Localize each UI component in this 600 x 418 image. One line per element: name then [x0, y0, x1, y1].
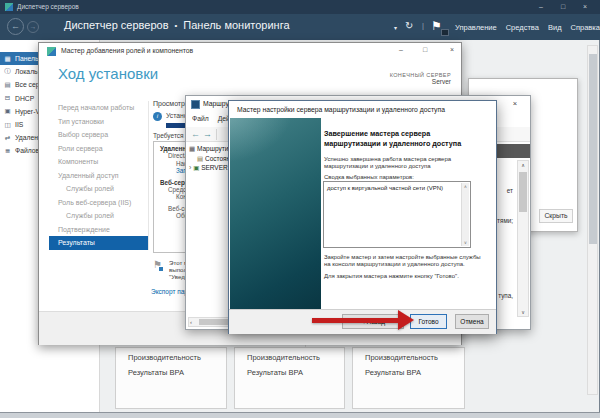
wizard-nav-web-server-role[interactable]: Роль веб-сервера (IIS): [49, 196, 148, 210]
sm-scrollbar-thumb[interactable]: [589, 54, 597, 244]
wizard-nav-remote-access[interactable]: Удаленный доступ: [49, 169, 148, 183]
wizard-nav-server-selection[interactable]: Выбор сервера: [49, 128, 148, 142]
tile-performance-link[interactable]: Производительность: [365, 353, 438, 362]
summary-label: Сводка выбранных параметров:: [324, 174, 414, 180]
sm-maximize-button[interactable]: □: [556, 2, 570, 12]
cancel-button[interactable]: Отмена: [455, 314, 489, 329]
server-node-icon: ▣: [193, 164, 199, 171]
wizard-close-button[interactable]: ×: [445, 45, 459, 55]
closing-text-line: на консоли маршрутизации и удаленного до…: [324, 261, 465, 267]
wizard-target-server: КОНЕЧНЫЙ СЕРВЕР Server: [390, 72, 451, 85]
scroll-down-icon[interactable]: ∨: [462, 240, 469, 245]
mmc-menu-file[interactable]: Файл: [192, 115, 209, 122]
breadcrumb-root[interactable]: Диспетчер серверов: [64, 19, 169, 31]
wizard-nav-results[interactable]: Результаты: [49, 236, 148, 250]
sm-close-button[interactable]: ×: [578, 2, 592, 12]
finish-button[interactable]: Готово: [410, 314, 447, 329]
tile-performance-link[interactable]: Производительность: [247, 353, 320, 362]
menu-tools[interactable]: Средства: [506, 23, 539, 32]
completion-text-line: Успешно завершена работа мастера сервера: [324, 156, 451, 162]
closing-text-line: Закройте мастер и затем настройте выбран…: [324, 254, 481, 260]
hide-button[interactable]: Скрыть: [539, 209, 573, 223]
annotation-arrow: [312, 310, 414, 330]
refresh-icon[interactable]: ↻: [405, 20, 413, 31]
completion-heading-line: Завершение мастера сервера: [324, 129, 430, 138]
scroll-left-icon[interactable]: ‹: [190, 318, 192, 326]
completion-heading-line: маршрутизации и удаленного доступа: [324, 139, 461, 148]
server-manager-icon: [5, 3, 13, 11]
annotation-arrow-head: [398, 310, 414, 330]
sm-window-title: Диспетчер серверов: [17, 3, 79, 10]
remote-access-icon: ⇄: [0, 134, 15, 142]
expander-icon[interactable]: ›: [189, 164, 191, 171]
sm-titlebar: Диспетчер серверов – □ ×: [0, 0, 600, 14]
chevron-down-icon[interactable]: ▾: [394, 24, 397, 31]
wizard-nav-features[interactable]: Компоненты: [49, 155, 148, 169]
wizard-page-heading: Ход установки: [58, 65, 158, 82]
menu-help[interactable]: Справка: [571, 23, 600, 32]
iis-icon: ◫: [0, 121, 15, 129]
wizard-nav-role-services[interactable]: Службы ролей: [49, 182, 148, 196]
dashboard-tile: Производительность Результаты BPA: [352, 347, 465, 409]
sm-minimize-button[interactable]: –: [534, 2, 548, 12]
dashboard-icon: ▦: [0, 55, 15, 63]
finish-hint-line: Для закрытия мастера нажмите кнопку "Гот…: [324, 273, 459, 279]
menu-view[interactable]: Вид: [548, 23, 562, 32]
summary-textbox[interactable]: доступ к виртуальной частной сети (VPN) …: [323, 181, 471, 248]
local-server-icon: ⓘ: [0, 67, 15, 76]
dashboard-tile: Производительность Результаты BPA: [115, 347, 227, 409]
breadcrumb-separator-icon: •: [175, 21, 178, 30]
notification-badge: [441, 29, 449, 36]
sm-scrollbar[interactable]: [587, 45, 598, 395]
wizard-nav: Перед началом работы Тип установки Выбор…: [49, 101, 149, 250]
rras-wizard-dialog: Мастер настройки сервера маршрутизации и…: [228, 100, 497, 334]
mmc-vertical-scrollbar[interactable]: ∧ ∨: [517, 160, 529, 317]
hyper-v-icon: ▣: [0, 107, 15, 115]
navbar-divider: |: [422, 21, 424, 30]
server-status-icon: ▤: [197, 155, 203, 162]
wizard-icon: [47, 47, 56, 56]
wizard-nav-server-roles[interactable]: Роли сервера: [49, 142, 148, 156]
dhcp-icon: ⊟: [0, 94, 15, 102]
toolbar-forward-icon[interactable]: →: [203, 129, 212, 139]
tile-bpa-link[interactable]: Результаты BPA: [128, 368, 184, 377]
rras-console-close-button[interactable]: ×: [508, 99, 522, 109]
back-icon[interactable]: ←: [7, 18, 24, 35]
menu-manage[interactable]: Управление: [455, 23, 497, 32]
wizard-minimize-button[interactable]: –: [394, 45, 408, 55]
wizard-maximize-button[interactable]: □: [418, 45, 432, 55]
completion-text-line: маршрутизации и удаленного доступа: [324, 163, 431, 169]
scroll-down-icon[interactable]: ∨: [518, 309, 528, 315]
wizard-nav-confirmation[interactable]: Подтверждение: [49, 223, 148, 237]
rras-root-icon: ▦: [189, 145, 195, 152]
file-services-icon: ≣: [0, 147, 15, 155]
toolbar-back-icon[interactable]: ←: [191, 129, 200, 139]
rras-dialog-title: Мастер настройки сервера маршрутизации и…: [237, 106, 445, 113]
breadcrumb-current: Панель мониторинга: [183, 19, 289, 31]
forward-icon[interactable]: →: [27, 21, 39, 33]
mmc-vscroll-thumb[interactable]: [519, 172, 527, 212]
wizard-nav-installation-type[interactable]: Тип установки: [49, 115, 148, 129]
info-icon: i: [153, 112, 162, 121]
dashboard-tile: Производительность Результаты BPA: [234, 347, 345, 409]
scroll-up-icon[interactable]: ∧: [518, 162, 528, 168]
sm-navbar: ← → Диспетчер серверов • Панель монитори…: [0, 14, 600, 40]
toolbar-separator: [216, 129, 217, 140]
sm-window-bottom-edge: [0, 412, 600, 418]
annotation-arrow-shaft: [312, 318, 400, 323]
summary-scrollbar[interactable]: ∧ ∨: [461, 183, 469, 246]
target-server-name: Server: [390, 78, 451, 85]
wizard-nav-before-you-begin[interactable]: Перед началом работы: [49, 101, 148, 115]
all-servers-icon: ▤: [0, 81, 15, 89]
scroll-up-icon[interactable]: ∧: [462, 184, 469, 189]
wizard-nav-role-services-iis[interactable]: Службы ролей: [49, 209, 148, 223]
tile-bpa-link[interactable]: Результаты BPA: [247, 368, 303, 377]
tile-performance-link[interactable]: Производительность: [128, 353, 201, 362]
rras-console-icon: [191, 100, 200, 109]
tile-bpa-link[interactable]: Результаты BPA: [365, 368, 421, 377]
summary-value: доступ к виртуальной частной сети (VPN): [327, 185, 443, 191]
task-flag-badge: [159, 267, 163, 271]
wizard-window-title: Мастер добавления ролей и компонентов: [61, 47, 193, 54]
wizard-banner-panel: [230, 118, 321, 309]
